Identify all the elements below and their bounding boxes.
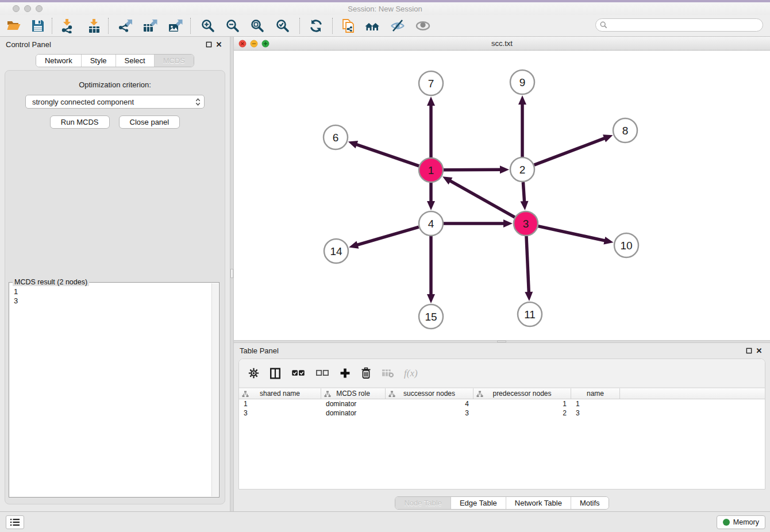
delete-table-button-disabled[interactable] [380, 367, 395, 379]
function-builder-button-disabled[interactable]: f(x) [403, 367, 419, 380]
close-panel-icon[interactable]: ✕ [214, 39, 224, 49]
graph-edge-arrowhead [525, 292, 533, 301]
table-row[interactable]: 1 dominator 4 1 1 [239, 399, 765, 408]
task-history-button[interactable] [6, 515, 24, 529]
tab-motifs[interactable]: Motifs [571, 497, 609, 509]
mcds-result-text[interactable]: 1 3 [9, 284, 211, 496]
column-header-predecessor-nodes[interactable]: predecessor nodes [473, 388, 571, 399]
close-panel-button[interactable]: Close panel [119, 115, 180, 129]
run-mcds-button[interactable]: Run MCDS [50, 115, 110, 129]
new-network-from-selection-button[interactable] [340, 18, 357, 34]
tab-node-table[interactable]: Node Table [395, 497, 451, 509]
checked-boxes-icon [291, 369, 305, 377]
float-panel-icon[interactable] [203, 39, 214, 49]
graph-edge-4-14[interactable] [357, 227, 419, 245]
table-row[interactable]: 3 dominator 3 2 3 [239, 408, 765, 418]
deselect-all-button[interactable] [314, 368, 330, 379]
zoom-in-button[interactable] [199, 18, 217, 34]
trash-icon [361, 367, 371, 379]
save-session-button[interactable] [29, 18, 47, 34]
open-session-button[interactable] [5, 18, 22, 34]
table-panel-title: Table Panel [240, 346, 279, 355]
table-panel: Table Panel ✕ [234, 343, 770, 511]
cell-mcds-role: dominator [321, 408, 386, 418]
import-network-icon [60, 18, 75, 33]
tab-edge-table[interactable]: Edge Table [451, 497, 506, 509]
window-title-bar: Session: New Session [0, 2, 770, 15]
graph-edge-2-8[interactable] [534, 138, 606, 165]
memory-button[interactable]: Memory [717, 515, 765, 529]
cell-successor-nodes: 4 [386, 399, 473, 408]
column-header-shared-name[interactable]: shared name [239, 388, 321, 399]
splitter-handle[interactable] [230, 269, 233, 278]
tab-network-table[interactable]: Network Table [506, 497, 571, 509]
column-header-mcds-role[interactable]: MCDS role [321, 388, 386, 399]
toolbar-separator [52, 18, 52, 34]
search-input[interactable] [607, 20, 763, 30]
export-table-button[interactable] [141, 18, 159, 34]
status-bar: Memory [0, 511, 770, 532]
column-label: name [587, 390, 604, 398]
network-canvas[interactable]: 7968124314101511 [234, 51, 770, 340]
export-image-button[interactable] [167, 18, 184, 34]
toolbar-separator [299, 18, 300, 34]
show-eye-icon [415, 18, 430, 33]
mcds-result-line: 1 [14, 287, 207, 296]
application-window: Session: New Session [0, 0, 770, 532]
graph-edge-3-11[interactable] [526, 236, 529, 293]
search-icon [600, 21, 607, 29]
table-tabs: Node Table Edge Table Network Table Moti… [234, 496, 770, 510]
cell-mcds-role: dominator [321, 399, 386, 408]
export-table-icon [143, 18, 157, 33]
graph-edge-2-3[interactable] [523, 182, 524, 202]
zoom-fit-icon [250, 18, 265, 33]
graph-edge-1-6[interactable] [356, 144, 419, 166]
search-field [595, 18, 763, 32]
graph-edge-arrowhead [518, 95, 526, 105]
show-columns-button[interactable] [268, 367, 282, 380]
graph-edge-arrowhead [603, 134, 613, 142]
create-column-button[interactable] [338, 367, 352, 380]
export-network-button[interactable] [117, 18, 134, 34]
graph-node-label-11: 11 [524, 309, 536, 321]
memory-label: Memory [733, 518, 759, 526]
tab-style[interactable]: Style [81, 55, 116, 67]
mcds-result-scrollbar[interactable] [211, 283, 218, 496]
table-settings-button[interactable] [247, 367, 260, 380]
graph-edge-3-1[interactable] [449, 180, 515, 217]
column-header-name[interactable]: name [571, 388, 620, 399]
zoom-fit-button[interactable] [249, 18, 266, 34]
node-table-container: f(x) shared name MCDS role successor nod… [238, 358, 765, 489]
select-all-button[interactable] [290, 368, 306, 379]
toolbar-separator [332, 18, 333, 34]
refresh-button[interactable] [307, 18, 325, 34]
float-panel-icon[interactable] [744, 345, 754, 356]
criterion-select[interactable]: strongly connected component [25, 95, 205, 109]
network-graph[interactable]: 7968124314101511 [234, 51, 770, 340]
graph-edge-arrowhead [427, 201, 435, 210]
export-network-icon [118, 18, 133, 33]
graph-node-label-3: 3 [523, 218, 529, 230]
vertical-splitter[interactable] [230, 37, 234, 511]
column-header-successor-nodes[interactable]: successor nodes [386, 388, 473, 399]
delete-columns-button[interactable] [360, 366, 372, 380]
cell-name: 1 [571, 399, 620, 408]
hierarchy-icon [242, 391, 249, 398]
tab-mcds[interactable]: MCDS [154, 55, 194, 67]
zoom-selected-button[interactable] [274, 18, 291, 34]
control-panel-header: Control Panel ✕ [0, 37, 230, 52]
graph-edge-3-10[interactable] [538, 226, 605, 241]
tab-select[interactable]: Select [116, 55, 154, 67]
first-neighbors-button[interactable] [364, 18, 381, 34]
show-all-button[interactable] [414, 18, 432, 34]
hide-selected-button[interactable] [389, 18, 406, 34]
tab-network[interactable]: Network [36, 55, 81, 67]
zoom-out-button[interactable] [224, 18, 241, 34]
cell-name: 3 [571, 408, 620, 418]
close-panel-icon[interactable]: ✕ [754, 345, 764, 356]
import-table-button[interactable] [86, 18, 103, 34]
splitter-handle[interactable] [497, 341, 506, 342]
graph-edge-1-2[interactable] [444, 169, 501, 170]
import-network-button[interactable] [59, 18, 76, 34]
open-folder-icon [6, 18, 21, 33]
